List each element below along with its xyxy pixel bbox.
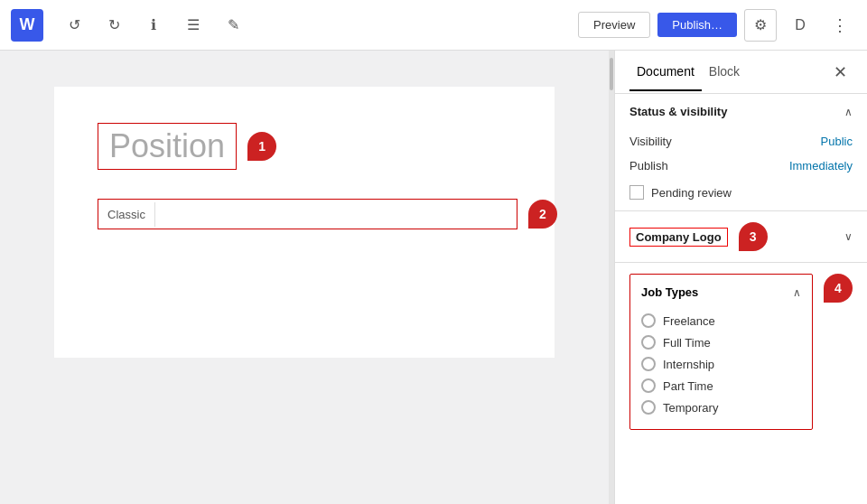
- publish-value[interactable]: Immediately: [789, 159, 853, 173]
- temporary-radio[interactable]: [641, 400, 656, 415]
- post-title-wrapper: Position 1: [98, 123, 276, 170]
- company-logo-section: Company Logo 3 ∨: [615, 211, 867, 263]
- classic-label: Classic: [98, 202, 155, 227]
- wp-logo-icon[interactable]: W: [11, 9, 43, 42]
- more-options-button[interactable]: ⋮: [824, 9, 856, 42]
- info-icon: ℹ: [151, 16, 156, 33]
- freelance-radio[interactable]: [641, 313, 656, 328]
- list-icon: ☰: [187, 16, 200, 33]
- editor-area: Position 1 Classic 2: [0, 51, 609, 504]
- redo-button[interactable]: ↻: [98, 9, 130, 42]
- publish-button[interactable]: Publish…: [657, 13, 737, 37]
- more-icon: ⋮: [832, 15, 848, 35]
- list-view-button[interactable]: ☰: [177, 9, 210, 42]
- temporary-label: Temporary: [663, 401, 718, 415]
- sidebar: Document Block ✕ Status & visibility ∧ V…: [614, 51, 867, 504]
- undo-button[interactable]: ↺: [58, 9, 90, 42]
- redo-icon: ↻: [108, 16, 120, 33]
- main-area: Position 1 Classic 2 Document Block ✕: [0, 51, 867, 504]
- tab-block[interactable]: Block: [702, 53, 747, 91]
- job-types-inner: Job Types ∧ Freelance Full Time Internsh…: [629, 274, 813, 430]
- company-logo-header[interactable]: Company Logo 3 ∨: [615, 211, 867, 262]
- freelance-label: Freelance: [663, 314, 715, 328]
- classic-block[interactable]: Classic: [98, 199, 517, 229]
- step-4-badge: 4: [824, 274, 853, 303]
- list-item[interactable]: Full Time: [641, 331, 801, 353]
- visibility-row: Visibility Public: [615, 129, 867, 154]
- job-types-chevron-icon: ∧: [793, 286, 801, 299]
- company-logo-chevron-icon: ∨: [844, 230, 853, 243]
- dash-icon: D: [795, 17, 806, 33]
- visibility-label: Visibility: [629, 135, 672, 148]
- status-chevron-icon: ∧: [844, 106, 853, 118]
- preview-button[interactable]: Preview: [578, 12, 650, 38]
- publish-row: Publish Immediately: [615, 154, 867, 178]
- parttime-radio[interactable]: [641, 378, 656, 393]
- step-1-badge: 1: [247, 132, 276, 161]
- info-button[interactable]: ℹ: [137, 9, 170, 42]
- pending-row: Pending review: [615, 178, 867, 210]
- post-title[interactable]: Position: [98, 123, 237, 170]
- pending-review-checkbox[interactable]: [629, 185, 644, 200]
- sidebar-close-button[interactable]: ✕: [827, 60, 853, 85]
- list-item[interactable]: Freelance: [641, 310, 801, 331]
- internship-radio[interactable]: [641, 357, 656, 371]
- job-types-header[interactable]: Job Types ∧: [641, 285, 801, 299]
- list-item[interactable]: Internship: [641, 353, 801, 375]
- list-item[interactable]: Part Time: [641, 375, 801, 397]
- editor-content: Position 1 Classic 2: [54, 87, 555, 358]
- tab-document[interactable]: Document: [629, 53, 702, 91]
- step-3-badge: 3: [739, 222, 768, 251]
- settings-button[interactable]: ⚙: [744, 9, 777, 42]
- job-types-section: Job Types ∧ Freelance Full Time Internsh…: [615, 263, 867, 444]
- toolbar: W ↺ ↻ ℹ ☰ ✎ Preview Publish… ⚙ D ⋮: [0, 0, 867, 51]
- status-section-header[interactable]: Status & visibility ∧: [615, 94, 867, 129]
- classic-content-area[interactable]: [155, 200, 517, 229]
- publish-label: Publish: [629, 159, 668, 173]
- pending-label: Pending review: [651, 186, 732, 200]
- parttime-label: Part Time: [663, 379, 713, 393]
- settings-icon: ⚙: [754, 16, 767, 33]
- fulltime-radio[interactable]: [641, 335, 656, 350]
- classic-block-wrapper: Classic 2: [98, 199, 511, 229]
- toolbar-right: Preview Publish… ⚙ D ⋮: [578, 9, 856, 42]
- status-section-title: Status & visibility: [629, 105, 727, 118]
- scroll-handle[interactable]: [610, 58, 613, 90]
- edit-icon: ✎: [228, 16, 239, 33]
- scroll-divider: [609, 51, 614, 504]
- job-types-title: Job Types: [641, 285, 698, 299]
- dash-icon-button[interactable]: D: [784, 9, 816, 42]
- fulltime-label: Full Time: [663, 336, 711, 350]
- status-visibility-section: Status & visibility ∧ Visibility Public …: [615, 94, 867, 211]
- edit-button[interactable]: ✎: [217, 9, 249, 42]
- company-logo-title: Company Logo: [629, 228, 728, 247]
- visibility-value[interactable]: Public: [821, 135, 853, 148]
- sidebar-header: Document Block ✕: [615, 51, 867, 94]
- list-item[interactable]: Temporary: [641, 397, 801, 418]
- internship-label: Internship: [663, 358, 714, 371]
- undo-icon: ↺: [69, 16, 80, 33]
- step-2-badge: 2: [528, 200, 557, 229]
